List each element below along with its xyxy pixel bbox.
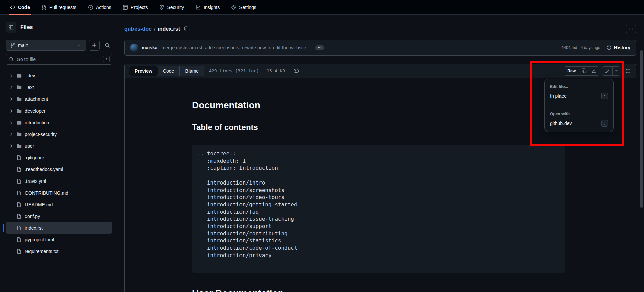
dropdown-header-open-with: Open with... bbox=[545, 108, 613, 118]
download-button[interactable] bbox=[589, 67, 599, 75]
copilot-button[interactable] bbox=[293, 68, 299, 74]
tree-item-label: project-security bbox=[25, 132, 57, 137]
file-stats: 429 lines (321 loc) · 15.4 KB bbox=[209, 68, 285, 73]
breadcrumb-repo-link[interactable]: qubes-doc bbox=[124, 26, 152, 32]
tree-item-label: .gitignore bbox=[25, 155, 44, 160]
dropdown-divider bbox=[545, 105, 613, 105]
shield-icon bbox=[159, 5, 164, 10]
nav-item-code[interactable]: Code bbox=[6, 0, 34, 15]
chevron-right-icon bbox=[9, 97, 14, 101]
add-file-button[interactable] bbox=[89, 40, 100, 51]
shortcut-key-t: t bbox=[103, 56, 110, 62]
nav-item-label: Projects bbox=[131, 5, 148, 10]
tree-item-label: _dev bbox=[25, 73, 35, 78]
view-mode-tabs: Preview Code Blame bbox=[129, 66, 204, 76]
sidebar-title: Files bbox=[20, 24, 33, 30]
commit-message[interactable]: merge upstream rst, add screenshots, rew… bbox=[161, 45, 312, 50]
tree-item-travis-yml[interactable]: .travis.yml bbox=[6, 175, 112, 187]
tree-item-label: README.md bbox=[25, 202, 53, 207]
file-icon bbox=[16, 249, 22, 254]
tree-item-ext[interactable]: _ext bbox=[6, 81, 112, 93]
go-to-file-input[interactable] bbox=[6, 54, 112, 65]
folder-icon bbox=[16, 108, 22, 114]
tab-preview[interactable]: Preview bbox=[129, 66, 158, 76]
file-tree: _dev _ext attachment developer introduct… bbox=[6, 70, 112, 257]
history-button[interactable]: History bbox=[606, 45, 630, 50]
play-circle-icon bbox=[88, 5, 93, 10]
nav-item-label: Insights bbox=[204, 5, 220, 10]
folder-icon bbox=[16, 85, 22, 90]
sidebar-panel-icon bbox=[8, 25, 14, 30]
chevron-right-icon bbox=[9, 108, 14, 113]
commit-author[interactable]: maiska bbox=[142, 45, 157, 50]
tree-item-pyproject-toml[interactable]: pyproject.toml bbox=[6, 234, 112, 245]
doc-heading-user-documentation: User Documentation bbox=[192, 287, 601, 292]
nav-tabs: Code Pull requests Actions Projects Secu… bbox=[6, 0, 264, 15]
tree-item-developer[interactable]: developer bbox=[6, 105, 112, 117]
expand-commit-message-button[interactable] bbox=[315, 45, 324, 50]
tree-item-gitignore[interactable]: .gitignore bbox=[6, 152, 112, 163]
nav-item-pull-requests[interactable]: Pull requests bbox=[37, 0, 80, 15]
tree-item-label: developer bbox=[25, 108, 46, 114]
page-scrollbar[interactable] bbox=[640, 50, 643, 208]
nav-item-settings[interactable]: Settings bbox=[227, 0, 260, 15]
edit-file-button[interactable] bbox=[602, 67, 612, 75]
chevron-right-icon bbox=[9, 144, 14, 148]
chevron-down-icon bbox=[77, 43, 82, 48]
tree-item-requirements-txt[interactable]: requirements.txt bbox=[6, 245, 112, 257]
tree-item-index-rst[interactable]: index.rst bbox=[6, 222, 112, 234]
triangle-down-icon bbox=[614, 69, 619, 73]
tree-item-contributing-md[interactable]: CONTRIBUTING.md bbox=[6, 187, 112, 199]
tree-item-user[interactable]: user bbox=[6, 140, 112, 152]
nav-item-security[interactable]: Security bbox=[155, 0, 188, 15]
tab-code[interactable]: Code bbox=[158, 66, 179, 76]
tree-item-conf-py[interactable]: conf.py bbox=[6, 210, 112, 222]
chevron-right-icon bbox=[9, 132, 14, 137]
branch-name: main bbox=[18, 43, 28, 48]
ellipsis-icon bbox=[318, 46, 322, 50]
raw-button[interactable]: Raw bbox=[564, 67, 579, 75]
collapse-sidebar-button[interactable] bbox=[6, 22, 16, 33]
outline-button[interactable] bbox=[626, 68, 631, 74]
branch-selector[interactable]: main bbox=[6, 40, 86, 51]
file-icon bbox=[16, 155, 22, 160]
copy-raw-button[interactable] bbox=[579, 67, 589, 75]
avatar[interactable] bbox=[130, 44, 138, 52]
tree-item-project-security[interactable]: project-security bbox=[6, 128, 112, 140]
nav-item-projects[interactable]: Projects bbox=[119, 0, 152, 15]
folder-icon bbox=[16, 143, 22, 149]
tree-item-introduction[interactable]: introduction bbox=[6, 117, 112, 128]
repo-top-navigation: Code Pull requests Actions Projects Secu… bbox=[0, 0, 644, 15]
doc-heading-documentation: Documentation bbox=[192, 99, 601, 114]
table-icon bbox=[123, 5, 128, 10]
search-this-repo-button[interactable] bbox=[102, 40, 112, 51]
nav-item-label: Code bbox=[18, 5, 30, 10]
tree-item-readthedocs-yaml[interactable]: .readthedocs.yaml bbox=[6, 163, 112, 175]
more-options-button[interactable] bbox=[626, 25, 636, 33]
tree-item-label: requirements.txt bbox=[25, 249, 58, 254]
nav-item-label: Pull requests bbox=[49, 5, 76, 10]
tree-item-attachment[interactable]: attachment bbox=[6, 93, 112, 105]
tree-item-dev[interactable]: _dev bbox=[6, 70, 112, 81]
edit-dropdown-button[interactable] bbox=[612, 67, 620, 75]
file-tree-sidebar: Files main t _dev bbox=[0, 15, 118, 292]
nav-item-label: Actions bbox=[96, 5, 111, 10]
nav-item-label: Security bbox=[167, 5, 184, 10]
nav-item-actions[interactable]: Actions bbox=[84, 0, 115, 15]
download-icon bbox=[592, 68, 597, 73]
nav-item-insights[interactable]: Insights bbox=[192, 0, 224, 15]
dropdown-item-in-place[interactable]: In place e bbox=[545, 90, 613, 102]
tab-label: Blame bbox=[185, 68, 199, 74]
file-icon bbox=[16, 237, 22, 242]
chevron-right-icon bbox=[9, 73, 14, 78]
tab-blame[interactable]: Blame bbox=[179, 66, 204, 76]
file-icon bbox=[16, 214, 22, 219]
commit-sha-and-time[interactable]: 4404a5d · 4 days ago bbox=[561, 45, 600, 50]
kebab-horizontal-icon bbox=[628, 26, 634, 32]
git-branch-icon bbox=[10, 43, 15, 48]
raw-copy-download-group: Raw bbox=[564, 66, 599, 76]
tree-item-readme-md[interactable]: README.md bbox=[6, 199, 112, 210]
tree-item-label: attachment bbox=[25, 96, 48, 102]
copy-path-icon[interactable] bbox=[184, 26, 190, 32]
dropdown-item-github-dev[interactable]: github.dev . bbox=[545, 118, 613, 130]
